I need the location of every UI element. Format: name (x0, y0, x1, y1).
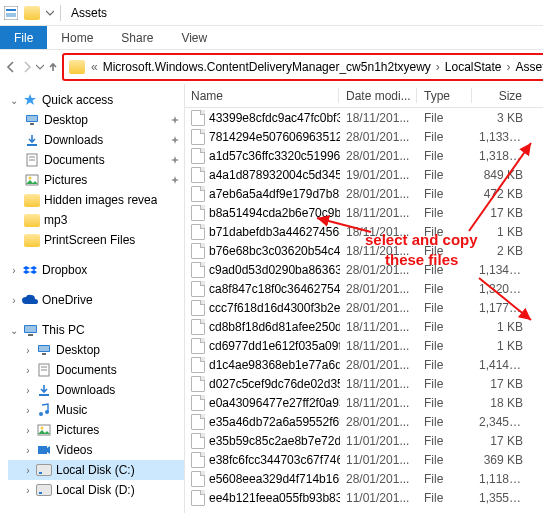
file-row[interactable]: b8a51494cda2b6e70c9b6... 18/11/201... Fi… (185, 203, 543, 222)
tree-item[interactable]: Documents (8, 150, 184, 170)
file-row[interactable]: ee4b121feea055fb93b8393... 11/01/201... … (185, 488, 543, 507)
file-row[interactable]: b71dabefdb3a446274568... 18/11/201... Fi… (185, 222, 543, 241)
file-row[interactable]: ca8f847c18f0c36462754... 28/01/201... Fi… (185, 279, 543, 298)
file-row[interactable]: cd6977dd1e612f035a09f9... 18/11/201... F… (185, 336, 543, 355)
folder-icon (24, 6, 40, 20)
back-button[interactable] (4, 55, 18, 79)
tree-item-label: Music (56, 403, 87, 417)
forward-button[interactable] (20, 55, 34, 79)
file-name: d1c4ae98368eb1e77a6da... (209, 358, 340, 372)
expand-icon[interactable]: › (22, 385, 34, 396)
tree-item[interactable]: › Local Disk (C:) (8, 460, 184, 480)
tree-onedrive[interactable]: › OneDrive (8, 290, 184, 310)
file-row[interactable]: d1c4ae98368eb1e77a6da... 28/01/201... Fi… (185, 355, 543, 374)
expand-icon[interactable]: › (22, 425, 34, 436)
address-bar[interactable]: « Microsoft.Windows.ContentDeliveryManag… (65, 56, 543, 78)
svg-rect-1 (6, 9, 16, 11)
file-icon (191, 148, 205, 164)
svg-point-11 (29, 177, 32, 180)
file-row[interactable]: ccc7f618d16d4300f3b2ef... 28/01/201... F… (185, 298, 543, 317)
expand-icon[interactable]: › (8, 295, 20, 306)
tab-home[interactable]: Home (47, 26, 107, 49)
tree-item[interactable]: › Documents (8, 360, 184, 380)
column-name[interactable]: Name (185, 84, 340, 107)
expand-icon[interactable]: › (8, 265, 20, 276)
file-type: File (418, 301, 473, 315)
breadcrumb[interactable]: LocalState (442, 60, 505, 74)
breadcrumb[interactable]: Assets (513, 60, 543, 74)
breadcrumb[interactable]: Microsoft.Windows.ContentDeliveryManager… (100, 60, 434, 74)
file-row[interactable]: e38fc6fcc344703c67f746... 11/01/201... F… (185, 450, 543, 469)
column-date[interactable]: Date modi... (340, 84, 418, 107)
recent-locations-button[interactable] (36, 55, 44, 79)
file-row[interactable]: a1d57c36ffc3320c519969... 28/01/201... F… (185, 146, 543, 165)
collapse-icon[interactable]: ⌄ (8, 95, 20, 106)
tree-item[interactable]: Hidden images revea (8, 190, 184, 210)
onedrive-icon (22, 292, 38, 308)
tree-item-label: Pictures (56, 423, 99, 437)
expand-icon[interactable]: › (22, 405, 34, 416)
column-size[interactable]: Size (473, 84, 543, 107)
tree-item-label: Local Disk (D:) (56, 483, 135, 497)
tree-item[interactable]: › Local Disk (D:) (8, 480, 184, 500)
tree-item[interactable]: Pictures (8, 170, 184, 190)
file-size: 2 KB (473, 244, 543, 258)
tab-file[interactable]: File (0, 26, 47, 49)
file-name: b76e68bc3c03620b54c48... (209, 244, 340, 258)
tree-this-pc[interactable]: ⌄ This PC (8, 320, 184, 340)
file-date: 28/01/201... (340, 187, 418, 201)
chevron-right-icon[interactable]: › (505, 60, 513, 74)
file-row[interactable]: a7eb6a5a4df9e179d7b85... 28/01/201... Fi… (185, 184, 543, 203)
file-row[interactable]: 7814294e5076069635124... 28/01/201... Fi… (185, 127, 543, 146)
tree-item[interactable]: Desktop (8, 110, 184, 130)
chevron-right-icon[interactable]: › (434, 60, 442, 74)
tree-item[interactable]: › Pictures (8, 420, 184, 440)
expand-icon[interactable]: › (22, 465, 34, 476)
file-name: d027c5cef9dc76de02d35... (209, 377, 340, 391)
chevron-left-icon[interactable]: « (89, 60, 100, 74)
tree-item[interactable]: PrintScreen Files (8, 230, 184, 250)
expand-icon[interactable]: › (22, 365, 34, 376)
file-size: 2,345 KB (473, 415, 543, 429)
expand-icon[interactable]: › (22, 485, 34, 496)
expand-icon[interactable]: › (22, 345, 34, 356)
tree-item-icon (36, 402, 52, 418)
file-size: 849 KB (473, 168, 543, 182)
svg-rect-13 (25, 326, 36, 332)
tree-item[interactable]: › Music (8, 400, 184, 420)
tree-quick-access[interactable]: ⌄ Quick access (8, 90, 184, 110)
collapse-icon[interactable]: ⌄ (8, 325, 20, 336)
tree-dropbox[interactable]: › Dropbox (8, 260, 184, 280)
tab-share[interactable]: Share (107, 26, 167, 49)
file-icon (191, 338, 205, 354)
file-row[interactable]: e35b59c85c2ae8b7e72dc... 11/01/201... Fi… (185, 431, 543, 450)
title-bar: Assets (0, 0, 543, 26)
file-row[interactable]: a4a1d878932004c5d34501... 19/01/201... F… (185, 165, 543, 184)
file-icon (191, 281, 205, 297)
file-row[interactable]: e35a46db72a6a59552f69d... 28/01/201... F… (185, 412, 543, 431)
file-size: 17 KB (473, 434, 543, 448)
tree-item-icon (24, 112, 40, 128)
file-row[interactable]: d027c5cef9dc76de02d35... 18/11/201... Fi… (185, 374, 543, 393)
expand-icon[interactable]: › (22, 445, 34, 456)
file-row[interactable]: e0a43096477e27ff2f0a93... 18/11/201... F… (185, 393, 543, 412)
file-row[interactable]: e5608eea329d4f714b166... 28/01/201... Fi… (185, 469, 543, 488)
file-row[interactable]: b76e68bc3c03620b54c48... 18/11/201... Fi… (185, 241, 543, 260)
tree-item[interactable]: mp3 (8, 210, 184, 230)
file-name: a4a1d878932004c5d34501... (209, 168, 340, 182)
column-type[interactable]: Type (418, 84, 473, 107)
file-row[interactable]: 43399e8cfdc9ac47fc0bf3... 18/11/201... F… (185, 108, 543, 127)
file-name: e0a43096477e27ff2f0a93... (209, 396, 340, 410)
tab-view[interactable]: View (167, 26, 221, 49)
up-button[interactable] (46, 55, 60, 79)
tree-item[interactable]: › Videos (8, 440, 184, 460)
file-type: File (418, 187, 473, 201)
tree-item-label: Downloads (44, 133, 103, 147)
tree-item[interactable]: › Desktop (8, 340, 184, 360)
tree-item[interactable]: Downloads (8, 130, 184, 150)
file-row[interactable]: c9ad0d53d0290ba86363d... 28/01/201... Fi… (185, 260, 543, 279)
qat-expand-icon[interactable] (46, 9, 54, 17)
file-size: 17 KB (473, 377, 543, 391)
tree-item[interactable]: › Downloads (8, 380, 184, 400)
file-row[interactable]: cd8b8f18d6d81afee250d... 18/11/201... Fi… (185, 317, 543, 336)
